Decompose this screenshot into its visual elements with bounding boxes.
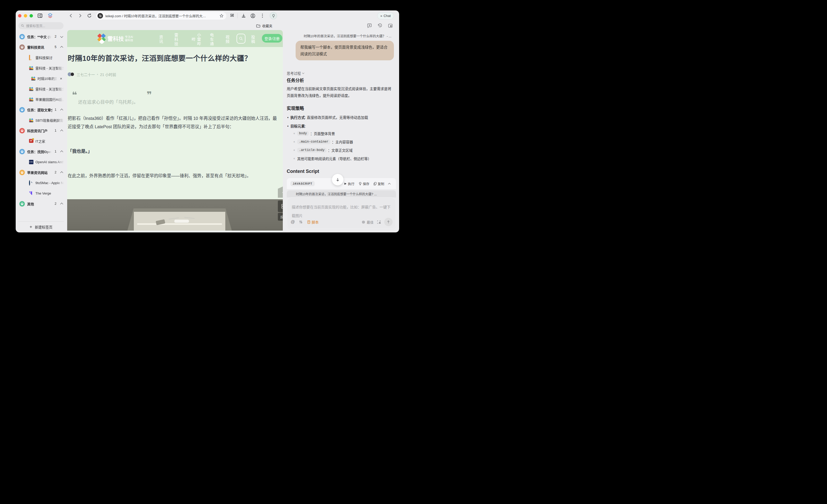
cnbc-favicon: CNBC (29, 160, 34, 164)
downloads-icon[interactable] (241, 13, 246, 18)
back-button[interactable] (68, 13, 74, 18)
sidebar-group[interactable]: 科技资讯门户1 (17, 125, 65, 136)
close-tab-icon[interactable]: × (60, 76, 62, 81)
sidebar-group[interactable]: 苹果资讯网站2 (17, 167, 65, 178)
tab-item[interactable]: SBTI现象级刷屏背后 (17, 115, 65, 125)
site-info-icon[interactable] (97, 13, 103, 18)
history-icon[interactable] (378, 23, 382, 28)
assistant-bulb-icon[interactable] (270, 12, 277, 19)
chevron-up-icon[interactable] (60, 109, 63, 112)
thinking-process-toggle[interactable]: 思考过程 (287, 70, 306, 76)
tab-item[interactable]: 雷科技探讨 (17, 52, 65, 63)
chat-input-box[interactable]: 描述你想要在当前页面实现的功能，比如：屏蔽广告、一键下载图片 @ 脚本 最佳 (287, 198, 396, 229)
chat-context-chip-top[interactable]: 时隔10年的首次采访，汪滔到底想要一个什么样的大疆？ - ... (297, 34, 394, 38)
tab-item-active[interactable]: 时隔10年的首次采× (17, 73, 65, 83)
chevron-up-icon[interactable] (60, 171, 63, 174)
bookmark-star-icon[interactable] (219, 13, 224, 18)
tab-item[interactable]: 9to5Mac - Apple Ne (17, 178, 65, 188)
sidebar-group[interactable]: 其他2 (17, 199, 65, 209)
leikeji-favicon (29, 97, 34, 102)
sidebar-group[interactable]: 任务：**中文 (10字2 (17, 31, 65, 42)
tab-item[interactable]: 苹果撤回国行AI后， (17, 94, 65, 105)
qr-code-button[interactable] (278, 201, 283, 212)
favorites-button[interactable]: 收藏夹 (256, 23, 272, 28)
target-element-item: body：页面整体背景 (294, 129, 396, 137)
script-mode-chip[interactable]: 脚本 (307, 219, 319, 225)
chat-label: Chat (383, 14, 390, 18)
reload-button[interactable] (87, 13, 92, 18)
chevron-up-icon[interactable] (60, 203, 63, 206)
author-name[interactable]: 三七二十一 (77, 72, 95, 77)
tab-sidebar: 任务：**中文 (10字2雷科技资讯5雷科技探讨雷科技 - 关注智能生时隔10年… (17, 31, 65, 215)
play-icon (344, 182, 347, 185)
chat-context-chip-input[interactable]: 时隔10年的首次采访，汪滔到底想要一个什么样的大疆? ... (287, 190, 396, 198)
chevron-up-icon[interactable] (60, 151, 63, 153)
tab-search-input[interactable]: 搜索标签页... (18, 22, 63, 29)
horizontal-scrollbar[interactable] (67, 231, 283, 232)
feedback-button[interactable]: 反馈 (278, 213, 283, 221)
nav-item-video[interactable]: 视频 (225, 32, 230, 47)
tab-label: SBTI现象级刷屏背后 (36, 118, 65, 123)
chevron-up-icon[interactable] (60, 129, 63, 132)
chevron-down-icon (302, 72, 304, 74)
nav-item-submit[interactable]: 投稿 (250, 32, 256, 47)
scroll-to-top-button[interactable] (278, 186, 283, 198)
article-title: 时隔10年的首次采访，汪滔到底想要一个什么样的大疆？ (68, 53, 283, 63)
tab-item[interactable]: CNBCOpenAI slams Anthr (17, 157, 65, 167)
run-script-button[interactable]: 执行 (344, 181, 354, 186)
chevron-up-icon[interactable] (60, 46, 63, 49)
url-bar[interactable]: leikeji.com / 时隔10年的首次采访，汪滔到底想要一个什么样的大… (96, 12, 226, 19)
menu-dots-icon[interactable] (260, 13, 265, 18)
new-chat-icon[interactable] (367, 23, 372, 28)
chevron-down-icon[interactable] (60, 35, 63, 38)
discussion-bubble-icon (29, 55, 34, 60)
site-search-icon[interactable] (237, 34, 245, 44)
panel-layout-icon[interactable] (388, 23, 393, 28)
site-logo[interactable]: 雷科技 专注AI硬科技 (96, 33, 133, 44)
nav-item-news[interactable]: 资讯 (158, 32, 164, 47)
target-element-item: .article-body：文章正文区域 (294, 146, 396, 154)
screenshot-crop-icon[interactable] (377, 220, 381, 224)
url-text[interactable]: leikeji.com / 时隔10年的首次采访，汪滔到底想要一个什么样的大… (105, 13, 219, 18)
sidebar-toggle-icon[interactable] (37, 13, 43, 18)
traffic-minimize-button[interactable] (24, 14, 27, 17)
collapse-code-chevron[interactable] (388, 183, 391, 185)
tab-label: 9to5Mac - Apple Ne (36, 181, 65, 185)
sidebar-group[interactable]: 任务：提取文章全文1 (17, 105, 65, 115)
tab-item[interactable]: 雷科技 - 关注智能生 (17, 83, 65, 94)
screenshot-stage: leikeji.com / 时隔10年的首次采访，汪滔到底想要一个什么样的大… … (0, 0, 414, 252)
sidebar-group[interactable]: 任务：找到OpenAI1 (17, 146, 65, 157)
tab-label: The Verge (36, 191, 65, 195)
tab-item[interactable]: 雷科技 - 关注智能生 (17, 63, 65, 73)
tab-item[interactable]: ITIT之家 (17, 136, 65, 146)
leikeji-favicon (290, 192, 294, 196)
save-script-button[interactable]: 保存 (358, 181, 369, 186)
extensions-puzzle-icon[interactable] (230, 13, 235, 18)
profile-icon[interactable] (250, 13, 256, 18)
sidebar-group[interactable]: 雷科技资讯5 (17, 42, 65, 52)
group-stack-icon (19, 34, 25, 40)
tab-label: 苹果撤回国行AI后， (36, 97, 65, 102)
model-selector[interactable]: 最佳 (361, 220, 374, 225)
send-button[interactable] (384, 218, 393, 226)
author-avatars (68, 72, 75, 77)
mention-icon[interactable]: @ (291, 220, 295, 224)
forward-button[interactable] (78, 13, 83, 18)
tune-icon[interactable] (299, 220, 303, 224)
context-title: 时隔10年的首次采访，汪滔到底想要一个什么样的大疆？ - ... (304, 34, 391, 38)
chat-toggle-button[interactable]: » Chat (377, 12, 394, 19)
target-element-item: .main-container：主内容容器 (294, 137, 396, 146)
traffic-close-button[interactable] (18, 14, 21, 17)
group-stack-icon (19, 107, 25, 113)
login-register-button[interactable]: 登录/注册 (262, 34, 282, 43)
nav-item-ev[interactable]: 电车通 (209, 32, 214, 47)
tab-item[interactable]: The Verge (17, 188, 65, 199)
nav-item-xiaolei[interactable]: 小雷哔哔 (191, 32, 201, 47)
nav-item-leitech[interactable]: 雷科技 (173, 32, 179, 47)
traffic-zoom-button[interactable] (30, 14, 33, 17)
leikeji-favicon (31, 76, 36, 81)
extension-stack-logo-icon[interactable] (47, 12, 53, 19)
copy-script-button[interactable]: 复制 (374, 181, 384, 186)
scroll-down-button[interactable] (332, 174, 343, 185)
new-tab-button[interactable]: + 新建标签页 (17, 222, 65, 232)
